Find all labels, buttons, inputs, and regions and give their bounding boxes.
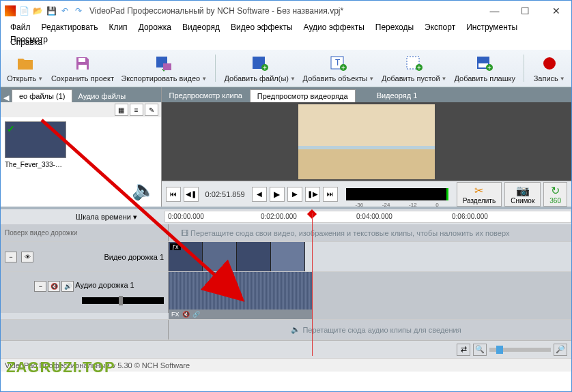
qat-save-icon[interactable]: 💾 — [46, 5, 57, 16]
menu-transitions[interactable]: Переходы — [370, 21, 419, 33]
timeline-mode-icon[interactable]: ⇄ — [457, 344, 470, 356]
add-empty-dropdown-icon[interactable]: ▼ — [442, 76, 447, 82]
add-plate-button[interactable]: + Добавить плашку — [453, 52, 517, 84]
visibility-icon[interactable]: 👁 — [21, 252, 33, 262]
menu-bar: Файл Редактировать Клип Дорожка Видеоряд… — [1, 21, 571, 36]
playhead-line — [312, 213, 313, 356]
ruler-tick: 0:00:00.000 — [168, 213, 204, 220]
prev-frame-button[interactable]: ◀ — [252, 187, 267, 202]
add-empty-icon: + — [405, 54, 424, 73]
menu-tools[interactable]: Инструменты — [461, 21, 523, 33]
mute-icon[interactable]: 🔇 — [48, 281, 60, 292]
menu-export[interactable]: Экспорт — [419, 21, 461, 33]
quick-access-toolbar: 📄 📂 💾 ↶ ↷ — [18, 5, 84, 16]
timeline-footer: ⇄ 🔍 🔎 — [1, 340, 571, 358]
add-files-dropdown-icon[interactable]: ▼ — [290, 76, 296, 82]
collapse-track-icon[interactable]: − — [5, 252, 17, 262]
dropzone-icon: 🎞 — [181, 229, 188, 237]
audio-clip[interactable]: FX 🔇 🔗 — [169, 272, 312, 319]
collapse-audio-icon[interactable]: − — [34, 281, 46, 292]
record-button[interactable]: Запись▼ — [531, 52, 567, 84]
zoom-out-icon[interactable]: 🔍 — [473, 344, 487, 356]
mix-track-head — [1, 320, 169, 340]
goto-end-button[interactable]: ⏭ — [323, 187, 338, 202]
split-button[interactable]: ✂ Разделить — [457, 182, 502, 207]
step-fwd-button[interactable]: ❚▶ — [305, 187, 320, 202]
overlay-track-dropzone[interactable]: 🎞 Перетащите сюда свои видео, изображени… — [169, 224, 571, 241]
ruler-tick: 0:06:00.000 — [452, 213, 488, 220]
menu-sequence[interactable]: Видеоряд — [177, 21, 225, 33]
preview-viewport[interactable] — [162, 102, 571, 181]
tab-sequence-preview[interactable]: Предпросмотр видеоряда — [250, 89, 356, 102]
menu-help[interactable]: Справка — [5, 36, 48, 48]
video-track-body[interactable]: ƒx — [169, 242, 571, 271]
volume-slider[interactable] — [82, 297, 164, 304]
level-tick-labels: -36-24-120 — [346, 202, 448, 208]
step-back-button[interactable]: ◀❚ — [184, 187, 199, 202]
qat-open-icon[interactable]: 📂 — [32, 5, 43, 16]
preview-controls: ⏮ ◀❚ 0:02:51.859 ◀ ▶ ▶ ❚▶ ⏭ -36-24-120 ✂… — [162, 181, 571, 207]
timescale-label[interactable]: Шкала времени ▾ — [1, 213, 165, 222]
media-clip-item[interactable]: The_Fever_333-W... — [5, 121, 66, 168]
play-button[interactable]: ▶ — [270, 187, 285, 202]
menu-video-fx[interactable]: Видео эффекты — [225, 21, 298, 33]
audio-clip-controls: FX 🔇 🔗 — [169, 310, 312, 319]
media-toolbar: ▦ ≡ ✎ — [1, 102, 161, 117]
add-objects-dropdown-icon[interactable]: ▼ — [369, 76, 374, 82]
record-dropdown-icon[interactable]: ▼ — [560, 76, 565, 82]
title-bar: 📄 📂 💾 ↶ ↷ VideoPad Профессиональный by N… — [1, 1, 571, 21]
save-project-button[interactable]: Сохранить проект — [49, 52, 115, 84]
qat-redo-icon[interactable]: ↷ — [73, 5, 84, 16]
audio-clip-mute-icon[interactable]: 🔇 — [182, 311, 190, 318]
menu-file[interactable]: Файл — [5, 21, 36, 33]
menu-clip[interactable]: Клип — [103, 21, 132, 33]
minimize-button[interactable]: — — [479, 1, 510, 21]
qat-new-icon[interactable]: 📄 — [18, 5, 29, 16]
menu-audio-fx[interactable]: Аудио эффекты — [298, 21, 370, 33]
add-objects-button[interactable]: T+ Добавить объекты▼ — [301, 52, 375, 84]
timeline-ruler[interactable]: 0:00:00.000 0:02:00.000 0:04:00.000 0:06… — [165, 211, 571, 223]
snapshot-button[interactable]: 📷 Снимок — [504, 182, 541, 207]
preview-video-frame — [298, 104, 435, 179]
add-empty-button[interactable]: + Добавить пустой▼ — [380, 52, 448, 84]
add-files-button[interactable]: + Добавить файл(ы)▼ — [223, 52, 297, 84]
zoom-in-icon[interactable]: 🔎 — [554, 344, 567, 356]
open-dropdown-icon[interactable]: ▼ — [38, 76, 43, 82]
next-frame-button[interactable]: ▶ — [287, 187, 302, 202]
maximize-button[interactable]: ☐ — [510, 1, 541, 21]
goto-start-button[interactable]: ⏮ — [166, 187, 181, 202]
menu-track[interactable]: Дорожка — [133, 21, 177, 33]
media-bin[interactable]: The_Fever_333-W... 🔈 — [1, 117, 161, 207]
video-clip[interactable]: ƒx — [169, 242, 305, 271]
media-tab-video-files[interactable]: ео файлы (1) — [12, 89, 72, 102]
media-tab-audio-files[interactable]: Аудио файлы — [72, 90, 131, 102]
export-dropdown-icon[interactable]: ▼ — [201, 76, 207, 82]
audio-link-icon[interactable]: 🔗 — [192, 311, 200, 318]
audio-track-body[interactable]: FX 🔇 🔗 — [169, 272, 571, 319]
audio-fx-icon[interactable]: FX — [171, 311, 180, 318]
audio-track-row: − 🔇 🔊 Аудио дорожка 1 FX 🔇 🔗 — [1, 272, 571, 320]
open-button[interactable]: Открыть▼ — [5, 52, 45, 84]
toolbar-separator — [215, 55, 216, 82]
solo-icon[interactable]: 🔊 — [61, 281, 74, 292]
close-button[interactable]: ✕ — [541, 1, 571, 21]
svg-text:+: + — [263, 64, 267, 72]
timeline-ruler-row: Шкала времени ▾ 0:00:00.000 0:02:00.000 … — [1, 209, 571, 224]
tab-sequence-1[interactable]: Видеоряд 1 — [369, 89, 425, 102]
open-label: Открыть — [7, 74, 36, 82]
r360-button[interactable]: ↻ 360 — [543, 182, 567, 207]
zoom-slider[interactable] — [489, 348, 551, 352]
audio-mix-dropzone[interactable]: 🔈 Перетащите сюда аудио клипы для сведен… — [169, 320, 571, 340]
add-plate-label: Добавить плашку — [455, 74, 515, 82]
qat-undo-icon[interactable]: ↶ — [59, 5, 70, 16]
fx-badge[interactable]: ƒx — [170, 243, 181, 250]
view-thumbnails-icon[interactable]: ▦ — [115, 104, 128, 116]
r360-icon: ↻ — [551, 184, 560, 197]
tab-clip-preview[interactable]: Предпросмотр клипа — [162, 89, 250, 102]
view-edit-icon[interactable]: ✎ — [145, 104, 158, 116]
view-list-icon[interactable]: ≡ — [130, 104, 143, 116]
menu-bar-2: Справка — [1, 36, 571, 50]
scroll-left-icon[interactable]: ◀ — [3, 93, 9, 102]
export-video-button[interactable]: Экспортировать видео▼ — [119, 52, 208, 84]
menu-edit[interactable]: Редактировать — [36, 21, 104, 33]
